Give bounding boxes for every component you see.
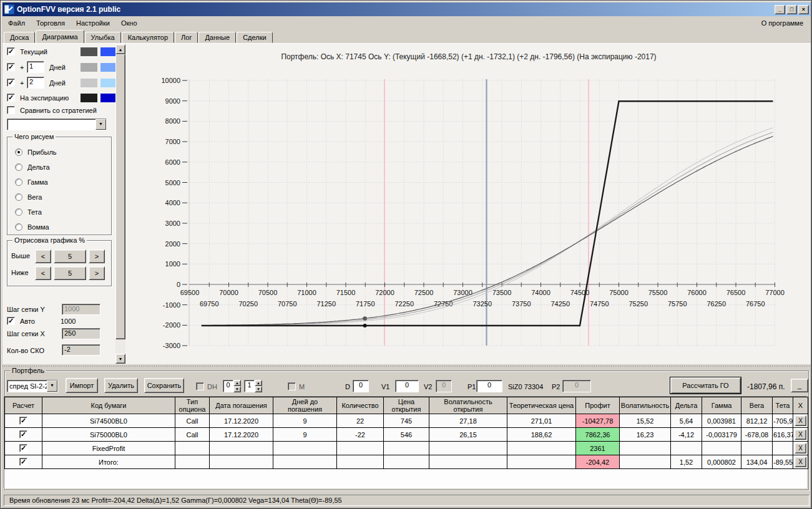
table-row[interactable]: ✓Si74500BL0Call17.12.202092274527,18271,… xyxy=(5,414,808,428)
column-header[interactable]: Код бумаги xyxy=(42,397,175,414)
chevron-down-icon[interactable]: ▼ xyxy=(47,381,57,392)
menu-item-3[interactable]: Окно xyxy=(115,17,143,29)
tab-Доска[interactable]: Доска xyxy=(4,32,35,43)
table-row[interactable]: ✓Si75000BL0Call17.12.20209-2254626,15188… xyxy=(5,428,808,442)
save-button[interactable]: Сохранить xyxy=(144,378,184,393)
column-header[interactable]: Теоретическая цена xyxy=(507,397,576,414)
table-cell xyxy=(507,442,576,455)
scrollbar-thumb[interactable] xyxy=(115,54,125,339)
column-header[interactable]: Гамма xyxy=(702,397,741,414)
menu-item-2[interactable]: Настройки xyxy=(71,17,115,29)
dh-checkbox[interactable] xyxy=(196,382,204,390)
table-cell xyxy=(273,455,337,469)
calc-checkbox-cell[interactable]: ✓ xyxy=(5,414,42,428)
m-checkbox[interactable] xyxy=(288,382,296,390)
table-row[interactable]: ✓Итого:-204,421,520,000802134,04-89,55X xyxy=(5,455,808,469)
p1-input[interactable]: 0 xyxy=(476,380,502,392)
dh-spinner-1[interactable]: 0 ▲▼ xyxy=(223,380,241,392)
spinner-value[interactable]: 0 xyxy=(223,380,233,392)
v1-input[interactable]: 0 xyxy=(395,380,419,392)
dh-spinner-2[interactable]: 1 ▲▼ xyxy=(244,380,262,392)
radio-Вега[interactable] xyxy=(15,193,22,201)
series-toggle-checkbox[interactable]: ✓ xyxy=(7,94,15,102)
radio-Прибыль[interactable] xyxy=(15,148,22,156)
grid-step-x-input[interactable]: 250 xyxy=(62,328,100,339)
svg-text:7000: 7000 xyxy=(165,138,180,145)
calc-checkbox-cell[interactable]: ✓ xyxy=(5,442,42,455)
table-cell: -89,55 xyxy=(773,455,793,469)
column-header[interactable]: Количество xyxy=(337,397,384,414)
row-delete-button[interactable]: X xyxy=(795,415,806,426)
column-header[interactable]: Дата погашения xyxy=(210,397,273,414)
sko-input[interactable]: -2 xyxy=(62,344,100,356)
row-delete-button[interactable]: X xyxy=(795,429,806,440)
spin-up-icon[interactable]: ▲ xyxy=(255,380,262,386)
auto-checkbox[interactable]: ✓ xyxy=(7,317,15,325)
preset-dropdown[interactable]: спред SI-2-2 ▼ xyxy=(7,380,58,392)
collapse-button[interactable]: _ xyxy=(791,379,808,392)
tab-Данные[interactable]: Данные xyxy=(198,32,236,43)
spin-down-icon[interactable]: ▼ xyxy=(255,386,262,392)
series-toggle-checkbox[interactable]: ✓ xyxy=(7,79,15,87)
maximize-button[interactable]: □ xyxy=(786,5,797,14)
radio-Вомма[interactable] xyxy=(15,223,22,231)
radio-Тета[interactable] xyxy=(15,208,22,216)
series-toggle-suffix: Дней xyxy=(49,79,66,87)
spin-up-icon[interactable]: ▲ xyxy=(233,380,241,386)
column-header[interactable]: Волатильность открытия xyxy=(429,397,507,414)
svg-text:1000: 1000 xyxy=(165,260,180,268)
scroll-up-icon[interactable]: ▲ xyxy=(115,44,125,54)
row-delete-button[interactable]: X xyxy=(795,443,806,453)
series-toggle-checkbox[interactable]: ✓ xyxy=(7,47,15,56)
column-header[interactable]: Вега xyxy=(741,397,773,414)
column-header[interactable]: Тета xyxy=(773,397,793,414)
table-row[interactable]: ✓FixedProfit2361X xyxy=(5,442,808,455)
days-input[interactable]: 1 xyxy=(27,61,44,73)
column-header[interactable]: Тип опциона xyxy=(175,397,210,414)
scroll-down-icon[interactable]: ▼ xyxy=(115,354,125,364)
spin-down-icon[interactable]: ▼ xyxy=(233,386,241,392)
decrease-button[interactable]: < xyxy=(35,250,51,263)
import-button[interactable]: Импорт xyxy=(66,378,98,393)
calc-checkbox-cell[interactable]: ✓ xyxy=(5,455,42,469)
column-header[interactable]: Расчет xyxy=(5,397,42,414)
column-header[interactable]: Профит xyxy=(576,397,620,414)
sidebar-scrollbar[interactable]: ▲ ▼ xyxy=(115,44,125,364)
column-header[interactable]: Цена открытия xyxy=(384,397,429,414)
minimize-button[interactable]: _ xyxy=(775,5,785,14)
tab-Лог[interactable]: Лог xyxy=(175,32,198,43)
delete-button[interactable]: Удалить xyxy=(104,378,138,393)
calc-checkbox-cell[interactable]: ✓ xyxy=(5,428,42,442)
close-button[interactable]: × xyxy=(798,5,809,14)
menu-item-1[interactable]: Торговля xyxy=(31,17,71,29)
increase-button[interactable]: > xyxy=(89,266,105,280)
series-toggle-checkbox[interactable]: ✓ xyxy=(7,63,15,71)
menu-item-0[interactable]: Файл xyxy=(2,17,31,29)
days-input[interactable]: 2 xyxy=(27,77,44,89)
calc-margin-button[interactable]: Рассчитать ГО xyxy=(670,377,741,394)
tab-Сделки[interactable]: Сделки xyxy=(237,32,273,43)
chevron-down-icon[interactable]: ▼ xyxy=(95,119,106,130)
tab-Улыбка[interactable]: Улыбка xyxy=(85,32,121,43)
column-header[interactable]: Дельта xyxy=(671,397,702,414)
spinner-value[interactable]: 1 xyxy=(244,380,255,392)
radio-Дельта[interactable] xyxy=(15,163,22,171)
tab-Калькулятор[interactable]: Калькулятор xyxy=(122,32,174,43)
chart-plot[interactable]: 1000090008000700060005000400030002000100… xyxy=(127,43,811,364)
d-input[interactable]: 0 xyxy=(353,380,369,392)
column-header[interactable]: X xyxy=(793,397,808,414)
column-header[interactable]: Дней до погашения xyxy=(273,397,337,414)
increase-button[interactable]: > xyxy=(89,250,105,263)
compare-strategy-checkbox[interactable] xyxy=(7,106,15,114)
row-delete-button[interactable]: X xyxy=(795,457,806,467)
auto-value: 1000 xyxy=(61,318,76,325)
strategy-dropdown[interactable]: ▼ xyxy=(7,119,107,130)
radio-Гамма[interactable] xyxy=(15,178,22,186)
render-row-label: Ниже xyxy=(11,269,29,276)
decrease-button[interactable]: < xyxy=(35,266,51,280)
svg-text:10000: 10000 xyxy=(161,77,180,84)
tab-Диаграмма[interactable]: Диаграмма xyxy=(36,30,84,43)
menu-item-about[interactable]: О программе xyxy=(754,17,811,29)
column-header[interactable]: Волатильность xyxy=(620,397,671,414)
svg-text:75250: 75250 xyxy=(629,300,648,308)
